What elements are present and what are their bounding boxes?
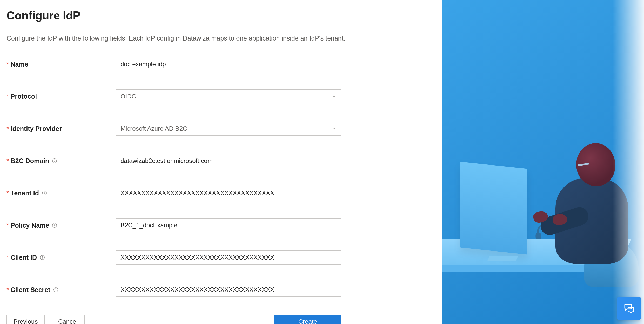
info-circle-icon[interactable] [42, 190, 47, 196]
field-row-client-id: *Client ID [6, 250, 435, 265]
info-circle-icon[interactable] [52, 158, 57, 164]
field-row-protocol: *Protocol OIDC [6, 89, 435, 103]
required-indicator: * [6, 189, 9, 197]
svg-point-14 [56, 289, 56, 289]
required-indicator: * [6, 125, 9, 132]
illustration-fade [613, 0, 644, 324]
svg-point-2 [55, 160, 55, 160]
client-secret-input[interactable] [116, 283, 341, 297]
label-name: *Name [6, 61, 116, 68]
required-indicator: * [6, 93, 9, 100]
label-b2c-domain: *B2C Domain [6, 157, 116, 165]
name-input[interactable] [116, 57, 341, 71]
chat-button[interactable] [617, 297, 641, 320]
field-row-name: *Name [6, 57, 435, 71]
svg-point-8 [55, 224, 55, 224]
svg-point-5 [44, 192, 44, 192]
label-text-name: Name [11, 61, 28, 68]
svg-point-11 [42, 256, 42, 257]
label-text-policy-name: Policy Name [11, 222, 49, 229]
label-text-client-secret: Client Secret [11, 286, 50, 293]
b2c-domain-input[interactable] [116, 154, 341, 168]
illustration-panel [442, 0, 644, 324]
client-id-input[interactable] [116, 250, 341, 265]
chevron-down-icon [331, 126, 337, 131]
field-row-b2c-domain: *B2C Domain [6, 154, 435, 168]
required-indicator: * [6, 222, 9, 229]
policy-name-input[interactable] [116, 218, 341, 232]
label-tenant-id: *Tenant Id [6, 189, 116, 197]
field-row-identity-provider: *Identity Provider Microsoft Azure AD B2… [6, 122, 435, 136]
tenant-id-input[interactable] [116, 186, 341, 200]
required-indicator: * [6, 286, 9, 293]
create-button[interactable]: Create [274, 315, 341, 324]
label-text-identity-provider: Identity Provider [11, 125, 62, 132]
required-indicator: * [6, 254, 9, 261]
label-protocol: *Protocol [6, 93, 116, 100]
label-policy-name: *Policy Name [6, 222, 116, 229]
label-identity-provider: *Identity Provider [6, 125, 116, 133]
label-text-b2c-domain: B2C Domain [11, 157, 49, 164]
protocol-select[interactable]: OIDC [116, 89, 341, 103]
illustration-monitor [460, 162, 527, 254]
chevron-down-icon [331, 94, 337, 99]
required-indicator: * [6, 157, 9, 164]
previous-button[interactable]: Previous [6, 315, 45, 324]
form-panel: Configure IdP Configure the IdP with the… [0, 0, 442, 324]
label-text-client-id: Client ID [11, 254, 37, 261]
label-client-secret: *Client Secret [6, 286, 116, 294]
page-description: Configure the IdP with the following fie… [6, 35, 435, 42]
cancel-button[interactable]: Cancel [51, 315, 85, 324]
field-row-tenant-id: *Tenant Id [6, 186, 435, 200]
info-circle-icon[interactable] [52, 222, 57, 228]
illustration-tablet [487, 256, 518, 261]
label-text-protocol: Protocol [11, 93, 37, 100]
field-row-policy-name: *Policy Name [6, 218, 435, 232]
label-client-id: *Client ID [6, 254, 116, 261]
protocol-select-value: OIDC [120, 93, 136, 100]
page-title: Configure IdP [6, 9, 435, 22]
field-row-client-secret: *Client Secret [6, 283, 435, 297]
identity-provider-select[interactable]: Microsoft Azure AD B2C [116, 122, 341, 136]
label-text-tenant-id: Tenant Id [11, 189, 39, 197]
required-indicator: * [6, 61, 9, 68]
info-circle-icon[interactable] [53, 287, 59, 293]
identity-provider-select-value: Microsoft Azure AD B2C [120, 125, 187, 132]
button-row: Previous Cancel Create [6, 315, 341, 324]
info-circle-icon[interactable] [39, 255, 45, 260]
chat-bubbles-icon [623, 302, 635, 315]
